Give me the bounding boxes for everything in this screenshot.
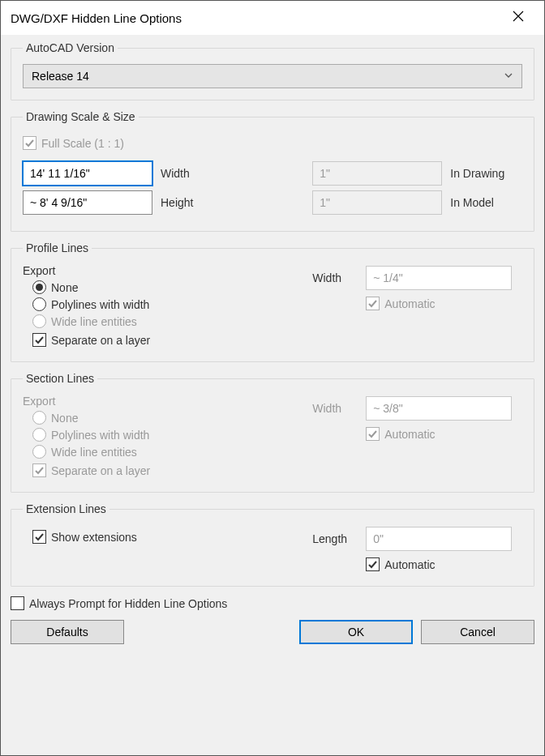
extension-automatic-checkbox[interactable]: Automatic <box>366 557 522 571</box>
titlebar: DWG/DXF Hidden Line Options <box>1 1 544 35</box>
width-input[interactable] <box>23 161 152 186</box>
legend-section: Section Lines <box>23 372 97 385</box>
in-model-label: In Model <box>450 196 494 209</box>
section-separate-checkbox: Separate on a layer <box>32 463 312 477</box>
in-drawing-input <box>312 161 442 186</box>
width-label: Width <box>161 167 190 180</box>
legend-profile: Profile Lines <box>23 241 92 254</box>
group-extension-lines: Extension Lines Show extensions Length <box>11 502 534 587</box>
dropdown-value: Release 14 <box>32 70 89 83</box>
group-profile-lines: Profile Lines Export None Polylines with… <box>11 241 534 362</box>
group-drawing-scale: Drawing Scale & Size Full Scale (1 : 1) … <box>11 110 534 232</box>
defaults-button[interactable]: Defaults <box>11 620 124 644</box>
close-icon <box>513 11 524 25</box>
dialog-window: DWG/DXF Hidden Line Options AutoCAD Vers… <box>0 0 545 756</box>
ok-button[interactable]: OK <box>299 620 413 644</box>
section-export-label: Export <box>23 395 312 408</box>
section-width-label: Width <box>312 402 358 415</box>
group-section-lines: Section Lines Export None Polylines with… <box>11 372 534 493</box>
section-radio-none: None <box>32 411 312 425</box>
profile-width-label: Width <box>312 271 358 284</box>
close-button[interactable] <box>502 2 534 34</box>
profile-width-input <box>366 266 512 290</box>
extension-length-label: Length <box>312 532 358 545</box>
height-label: Height <box>161 196 193 209</box>
profile-separate-checkbox[interactable]: Separate on a layer <box>32 333 312 347</box>
full-scale-checkbox: Full Scale (1 : 1) <box>23 136 522 150</box>
always-prompt-checkbox[interactable]: Always Prompt for Hidden Line Options <box>11 596 534 610</box>
profile-radio-none[interactable]: None <box>32 280 312 294</box>
profile-automatic-checkbox: Automatic <box>366 297 522 310</box>
show-extensions-checkbox[interactable]: Show extensions <box>32 530 312 544</box>
full-scale-label: Full Scale (1 : 1) <box>41 137 124 150</box>
cancel-button[interactable]: Cancel <box>421 620 534 644</box>
chevron-down-icon <box>504 70 513 83</box>
legend-scale: Drawing Scale & Size <box>23 110 139 123</box>
section-radio-wide: Wide line entities <box>32 445 312 459</box>
section-radio-polylines: Polylines with width <box>32 428 312 442</box>
legend-autocad: AutoCAD Version <box>23 41 118 54</box>
dialog-content: AutoCAD Version Release 14 Drawing Scale… <box>1 35 544 755</box>
section-width-input <box>366 396 512 421</box>
profile-radio-polylines[interactable]: Polylines with width <box>32 297 312 311</box>
group-autocad-version: AutoCAD Version Release 14 <box>11 41 534 100</box>
dialog-title: DWG/DXF Hidden Line Options <box>11 11 182 25</box>
profile-radio-wide: Wide line entities <box>32 314 312 328</box>
in-drawing-label: In Drawing <box>450 167 504 180</box>
in-model-input <box>312 190 442 215</box>
section-automatic-checkbox: Automatic <box>366 427 522 441</box>
extension-length-input <box>366 527 512 551</box>
profile-export-label: Export <box>23 264 312 277</box>
autocad-version-dropdown[interactable]: Release 14 <box>23 64 522 88</box>
height-input[interactable] <box>23 190 152 215</box>
legend-extension: Extension Lines <box>23 502 109 515</box>
